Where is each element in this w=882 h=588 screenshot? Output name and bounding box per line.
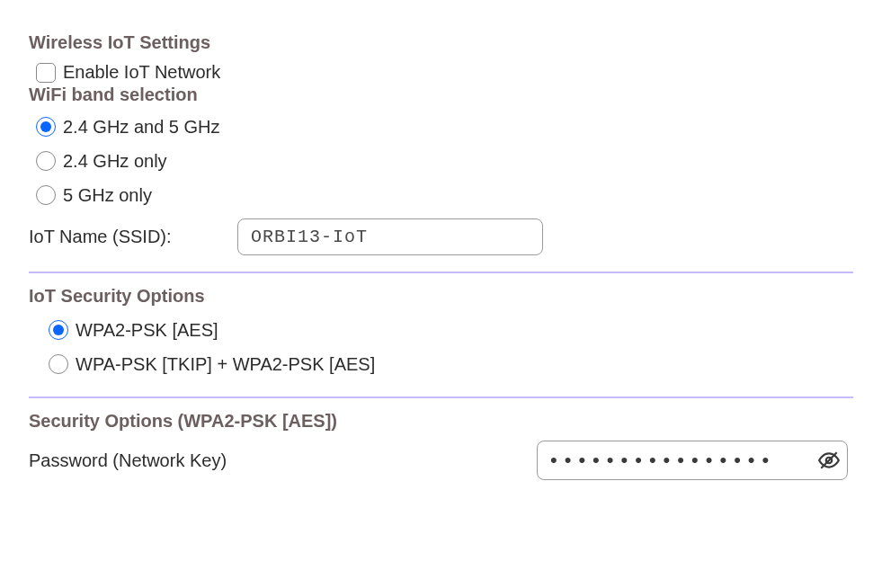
band-radio-5[interactable]	[36, 185, 56, 205]
settings-panel: Wireless IoT Settings Enable IoT Network…	[0, 0, 882, 480]
enable-iot-checkbox[interactable]	[36, 63, 56, 83]
toggle-password-visibility-button[interactable]	[815, 447, 842, 474]
security-radio-mixed[interactable]	[49, 354, 68, 374]
band-radio-24[interactable]	[36, 151, 56, 171]
divider-1	[29, 272, 853, 273]
band-option-24-row: 2.4 GHz only	[36, 147, 853, 175]
band-selection-title: WiFi band selection	[29, 85, 853, 105]
enable-iot-label: Enable IoT Network	[63, 62, 220, 83]
eye-slash-icon	[817, 449, 841, 472]
wireless-iot-title: Wireless IoT Settings	[29, 32, 853, 53]
password-field-wrap	[537, 441, 848, 480]
password-input[interactable]	[537, 441, 848, 480]
band-label-5: 5 GHz only	[63, 185, 152, 206]
enable-iot-row: Enable IoT Network	[36, 62, 853, 83]
ssid-label: IoT Name (SSID):	[29, 227, 237, 247]
security-option-wpa2-row: WPA2-PSK [AES]	[49, 316, 853, 344]
band-option-5-row: 5 GHz only	[36, 181, 853, 209]
ssid-row: IoT Name (SSID):	[29, 218, 853, 255]
band-label-both: 2.4 GHz and 5 GHz	[63, 117, 220, 138]
band-label-24: 2.4 GHz only	[63, 151, 167, 172]
security-option-mixed-row: WPA-PSK [TKIP] + WPA2-PSK [AES]	[49, 350, 853, 379]
security-radio-wpa2[interactable]	[49, 320, 68, 340]
band-option-both-row: 2.4 GHz and 5 GHz	[36, 112, 853, 141]
password-row: Password (Network Key)	[29, 441, 853, 480]
security-options-title: IoT Security Options	[29, 286, 853, 307]
password-section-title: Security Options (WPA2-PSK [AES])	[29, 411, 853, 432]
ssid-input[interactable]	[237, 218, 543, 255]
band-radio-both[interactable]	[36, 117, 56, 137]
divider-2	[29, 396, 853, 398]
password-label: Password (Network Key)	[29, 450, 227, 471]
security-label-mixed: WPA-PSK [TKIP] + WPA2-PSK [AES]	[76, 354, 375, 375]
security-label-wpa2: WPA2-PSK [AES]	[76, 320, 218, 341]
